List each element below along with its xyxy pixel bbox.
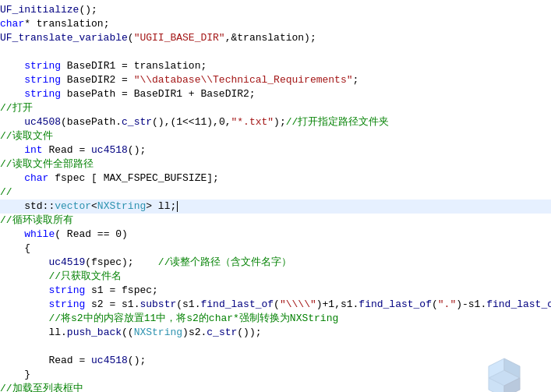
code-line-17: while( Read == 0): [0, 228, 551, 242]
code-line-13: char fspec [ MAX_FSPEC_BUFSIZE];: [0, 171, 551, 185]
code-line-11: int Read = uc4518();: [0, 143, 551, 157]
code-line-25: [0, 340, 551, 354]
code-line-1: UF_initialize();: [0, 3, 551, 17]
code-line-27: }: [0, 368, 551, 382]
code-line-28: //加载至列表框中: [0, 382, 551, 392]
code-lines: UF_initialize(); char* translation; UF_t…: [0, 0, 551, 392]
code-line-26: Read = uc4518();: [0, 354, 551, 368]
code-line-15: std::vector<NXString> ll;: [0, 200, 551, 214]
code-line-23: //将s2中的内容放置11中，将s2的char*强制转换为NXString: [0, 312, 551, 326]
code-line-22: string s2 = s1.substr(s1.find_last_of("\…: [0, 298, 551, 312]
code-line-20: //只获取文件名: [0, 270, 551, 284]
watermark-logo: [473, 351, 535, 392]
code-line-6: string BaseDIR2 = "\\database\\Technical…: [0, 73, 551, 87]
code-line-16: //循环读取所有: [0, 214, 551, 228]
code-line-9: uc4508(basePath.c_str(),(1<<11),0,"*.txt…: [0, 115, 551, 129]
code-line-18: {: [0, 242, 551, 256]
code-editor: UF_initialize(); char* translation; UF_t…: [0, 0, 551, 392]
code-line-21: string s1 = fspec;: [0, 284, 551, 298]
code-line-2: char* translation;: [0, 17, 551, 31]
code-line-14: //: [0, 185, 551, 200]
code-line-24: ll.push_back((NXString)s2.c_str());: [0, 326, 551, 340]
code-line-3: UF_translate_variable("UGII_BASE_DIR",&t…: [0, 31, 551, 45]
code-line-7: string basePath = BaseDIR1 + BaseDIR2;: [0, 87, 551, 101]
code-line-5: string BaseDIR1 = translation;: [0, 59, 551, 73]
code-line-12: //读取文件全部路径: [0, 157, 551, 171]
code-line-8: //打开: [0, 101, 551, 115]
code-line-19: uc4519(fspec); //读整个路径（含文件名字）: [0, 256, 551, 270]
code-line-10: //读取文件: [0, 129, 551, 143]
code-line-4: [0, 45, 551, 59]
